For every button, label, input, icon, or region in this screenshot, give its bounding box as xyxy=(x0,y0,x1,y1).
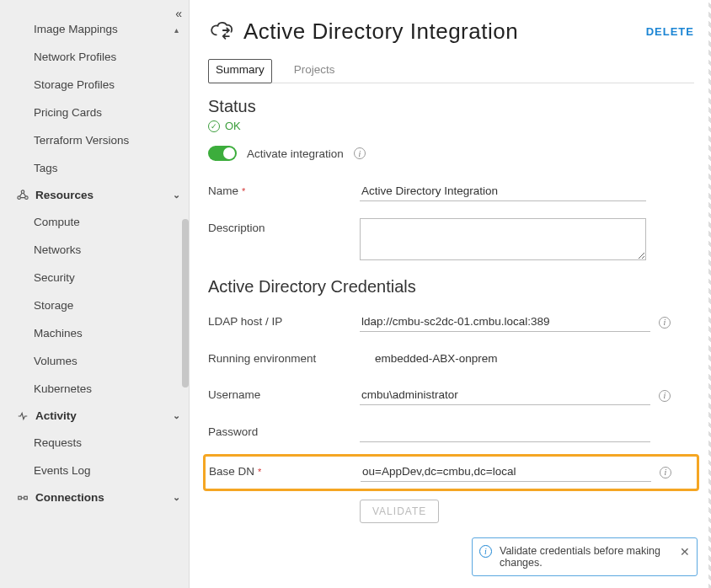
ldap-input[interactable] xyxy=(360,312,650,332)
nav-section-resources[interactable]: Resources ⌄ xyxy=(0,182,189,208)
nav-item-compute[interactable]: Compute xyxy=(0,208,189,236)
delete-button[interactable]: DELETE xyxy=(646,25,694,38)
row-username: Username i xyxy=(208,385,694,405)
nav-item-requests[interactable]: Requests xyxy=(0,429,189,457)
nav-item-network-profiles[interactable]: Network Profiles xyxy=(0,43,189,71)
ldap-label: LDAP host / IP xyxy=(208,312,360,328)
chevron-down-icon: ⌄ xyxy=(173,492,180,503)
svg-rect-4 xyxy=(24,496,28,500)
svg-point-2 xyxy=(25,195,29,199)
activate-toggle-row: Activate integration i xyxy=(208,146,694,161)
nav-section-label: Resources xyxy=(35,189,94,201)
svg-point-1 xyxy=(18,195,21,199)
name-label: Name* xyxy=(208,181,360,197)
page-header: Active Directory Integration DELETE xyxy=(208,17,694,46)
username-label: Username xyxy=(208,385,360,401)
validate-toast: i Validate credentials before making cha… xyxy=(472,537,698,576)
name-input[interactable] xyxy=(360,181,646,201)
tabs: Summary Projects xyxy=(208,58,694,83)
row-basedn: Base DN* i xyxy=(209,462,693,482)
nav-item-storage[interactable]: Storage xyxy=(0,291,189,319)
status-text: OK xyxy=(225,120,241,132)
sidebar: « ▴ Image Mappings Network Profiles Stor… xyxy=(0,0,190,588)
info-icon[interactable]: i xyxy=(659,390,671,402)
info-icon[interactable]: i xyxy=(659,317,671,329)
chevron-down-icon: ⌄ xyxy=(173,410,180,421)
nav-item-image-mappings[interactable]: Image Mappings xyxy=(0,15,189,43)
main-panel: Active Directory Integration DELETE Summ… xyxy=(190,0,711,588)
nav-section-connections[interactable]: Connections ⌄ xyxy=(0,484,189,510)
toast-text: Validate credentials before making chang… xyxy=(500,545,660,569)
activate-toggle-label: Activate integration xyxy=(247,147,344,160)
basedn-highlight: Base DN* i xyxy=(203,454,699,491)
info-icon[interactable]: i xyxy=(354,147,366,159)
required-asterisk: * xyxy=(242,186,245,196)
nav-section-label: Activity xyxy=(35,409,77,422)
runenv-value: embedded-ABX-onprem xyxy=(360,349,500,368)
username-input[interactable] xyxy=(360,385,650,405)
nav-item-terraform-versions[interactable]: Terraform Versions xyxy=(0,126,189,154)
nav-section-label: Connections xyxy=(35,491,104,504)
activate-toggle[interactable] xyxy=(208,146,237,161)
description-input[interactable] xyxy=(360,218,646,260)
toggle-knob xyxy=(223,147,235,159)
activity-icon xyxy=(15,410,30,422)
info-icon: i xyxy=(479,545,492,558)
row-name: Name* xyxy=(208,181,694,201)
nav-item-events-log[interactable]: Events Log xyxy=(0,457,189,484)
chevron-down-icon: ⌄ xyxy=(173,190,180,200)
page-title: Active Directory Integration xyxy=(243,19,638,45)
nav-item-machines[interactable]: Machines xyxy=(0,319,189,347)
tab-summary[interactable]: Summary xyxy=(208,59,272,83)
validate-button[interactable]: VALIDATE xyxy=(360,500,439,523)
name-label-text: Name xyxy=(208,184,238,197)
resources-icon xyxy=(15,190,30,201)
row-ldap: LDAP host / IP i xyxy=(208,312,694,332)
row-runenv: Running environment embedded-ABX-onprem xyxy=(208,349,694,368)
tab-projects[interactable]: Projects xyxy=(292,58,337,83)
nav-item-networks[interactable]: Networks xyxy=(0,236,189,264)
description-label: Description xyxy=(208,218,360,234)
required-asterisk: * xyxy=(258,467,261,477)
nav-item-volumes[interactable]: Volumes xyxy=(0,347,189,375)
basedn-label: Base DN* xyxy=(209,462,361,478)
nav-item-pricing-cards[interactable]: Pricing Cards xyxy=(0,99,189,126)
status-ok: ✓ OK xyxy=(208,120,694,132)
runenv-label: Running environment xyxy=(208,349,360,365)
credentials-heading: Active Directory Credentials xyxy=(208,277,694,297)
nav-scroll-up-icon[interactable]: ▴ xyxy=(174,25,179,35)
collapse-sidebar-icon[interactable]: « xyxy=(175,7,182,20)
nav-item-storage-profiles[interactable]: Storage Profiles xyxy=(0,71,189,99)
row-password: Password xyxy=(208,422,694,442)
nav-item-tags[interactable]: Tags xyxy=(0,154,189,182)
svg-rect-3 xyxy=(19,496,22,500)
password-label: Password xyxy=(208,422,360,438)
nav-item-security[interactable]: Security xyxy=(0,264,189,291)
ok-check-icon: ✓ xyxy=(208,120,220,132)
connections-icon xyxy=(15,492,30,504)
nav-section-activity[interactable]: Activity ⌄ xyxy=(0,403,189,429)
row-description: Description xyxy=(208,218,694,260)
svg-point-0 xyxy=(21,190,24,193)
nav-item-kubernetes[interactable]: Kubernetes xyxy=(0,375,189,403)
status-heading: Status xyxy=(208,97,694,116)
close-icon[interactable]: ✕ xyxy=(680,545,690,559)
password-input[interactable] xyxy=(360,422,650,442)
app-root: « ▴ Image Mappings Network Profiles Stor… xyxy=(0,0,711,588)
basedn-label-text: Base DN xyxy=(209,465,254,478)
sidebar-scrollbar[interactable] xyxy=(182,219,189,388)
info-icon[interactable]: i xyxy=(660,467,671,478)
cloud-integration-icon xyxy=(208,17,235,46)
basedn-input[interactable] xyxy=(361,462,651,482)
